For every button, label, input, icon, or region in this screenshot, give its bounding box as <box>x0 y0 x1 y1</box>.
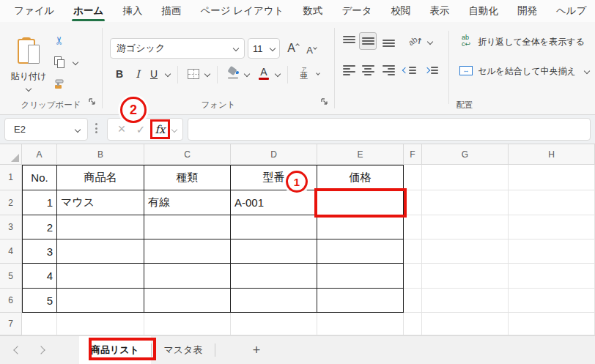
merge-center-label[interactable]: セルを結合して中央揃え <box>478 64 576 78</box>
cell-F1[interactable] <box>404 165 422 190</box>
menu-tab-8[interactable]: 表示 <box>421 0 459 22</box>
cell-D7[interactable] <box>231 313 317 335</box>
format-painter-button[interactable] <box>51 76 67 92</box>
increase-indent-button[interactable] <box>422 62 441 79</box>
cell-G3[interactable] <box>422 215 509 239</box>
cell-F5[interactable] <box>404 264 422 289</box>
cell-F2[interactable] <box>404 190 422 215</box>
menu-tab-7[interactable]: 校閲 <box>382 0 421 22</box>
cell-F6[interactable] <box>404 289 422 313</box>
cell-H4[interactable] <box>509 239 595 264</box>
menu-tab-3[interactable]: 描画 <box>152 0 191 22</box>
align-left-button[interactable] <box>340 62 358 79</box>
row-header-1[interactable]: 1 <box>0 165 22 190</box>
cell-C4[interactable] <box>144 239 231 264</box>
cell-G2[interactable] <box>422 190 509 215</box>
cell-E6[interactable] <box>317 289 404 313</box>
row-header-6[interactable]: 6 <box>0 289 22 313</box>
cell-H1[interactable] <box>509 165 595 190</box>
cell-A7[interactable] <box>22 313 57 335</box>
cell-H5[interactable] <box>509 264 595 289</box>
orientation-button[interactable]: ab↗ <box>406 32 425 50</box>
increase-font-button[interactable]: A <box>284 38 302 59</box>
cell-C3[interactable] <box>144 215 231 239</box>
grid-select-all-corner[interactable] <box>0 144 22 165</box>
cell-E1[interactable]: 価格 <box>317 165 404 190</box>
fill-color-button[interactable] <box>224 63 242 83</box>
cell-G1[interactable] <box>422 165 509 190</box>
row-header-4[interactable]: 4 <box>0 239 22 264</box>
cell-B4[interactable] <box>57 239 144 264</box>
underline-chevron-icon[interactable] <box>165 71 171 77</box>
cell-H6[interactable] <box>509 289 595 313</box>
font-color-chevron-icon[interactable] <box>275 71 281 77</box>
cell-G6[interactable] <box>422 289 509 313</box>
cell-H7[interactable] <box>509 313 595 335</box>
borders-chevron-icon[interactable] <box>204 71 210 77</box>
cell-F4[interactable] <box>404 239 422 264</box>
column-header-C[interactable]: C <box>144 144 231 165</box>
italic-button[interactable]: I <box>130 64 145 83</box>
column-header-A[interactable]: A <box>22 144 57 165</box>
menu-tab-5[interactable]: 数式 <box>293 0 332 22</box>
underline-button[interactable]: U <box>147 64 161 83</box>
paste-button[interactable]: 貼り付け <box>7 28 50 100</box>
cell-D2[interactable]: A-001 <box>231 190 317 215</box>
cell-A4[interactable]: 3 <box>22 239 57 264</box>
cell-D3[interactable] <box>231 215 317 239</box>
name-box[interactable]: E2 <box>4 118 88 141</box>
copy-dropdown-chevron-icon[interactable] <box>73 59 78 65</box>
column-header-H[interactable]: H <box>509 144 595 165</box>
cell-E4[interactable] <box>317 239 404 264</box>
cell-G7[interactable] <box>422 313 509 335</box>
column-header-F[interactable]: F <box>404 144 422 165</box>
menu-tab-10[interactable]: 開発 <box>508 0 547 22</box>
font-dialog-launcher[interactable] <box>320 97 329 106</box>
orientation-chevron-icon[interactable] <box>427 39 433 45</box>
decrease-font-button[interactable]: A <box>303 41 319 59</box>
menu-tab-6[interactable]: データ <box>332 0 381 22</box>
menu-tab-11[interactable]: ヘルプ <box>547 0 595 22</box>
menu-tab-1[interactable]: ホーム <box>64 0 113 22</box>
row-header-3[interactable]: 3 <box>0 215 22 239</box>
align-right-button[interactable] <box>380 62 397 79</box>
column-header-G[interactable]: G <box>422 144 509 165</box>
cell-E3[interactable] <box>317 215 404 239</box>
cell-E5[interactable] <box>317 264 404 289</box>
cell-C1[interactable]: 種類 <box>144 165 231 190</box>
cell-A5[interactable]: 4 <box>22 264 57 289</box>
decrease-indent-button[interactable] <box>400 62 419 79</box>
column-header-D[interactable]: D <box>231 144 317 165</box>
column-header-E[interactable]: E <box>317 144 404 165</box>
font-size-combo[interactable]: 11 <box>248 38 280 59</box>
cell-E2[interactable] <box>317 190 404 215</box>
cell-B1[interactable]: 商品名 <box>57 165 144 190</box>
cell-F3[interactable] <box>404 215 422 239</box>
cell-C7[interactable] <box>144 313 231 335</box>
cell-D5[interactable] <box>231 264 317 289</box>
previous-sheet-icon[interactable] <box>13 346 21 354</box>
cell-B5[interactable] <box>57 264 144 289</box>
font-name-combo[interactable]: 游ゴシック <box>110 38 245 59</box>
cell-B2[interactable]: マウス <box>57 190 144 215</box>
wrap-text-button[interactable]: ab c↩ <box>457 32 475 50</box>
add-sheet-button[interactable]: + <box>242 336 271 364</box>
align-top-button[interactable] <box>340 32 358 50</box>
align-bottom-button[interactable] <box>380 32 397 50</box>
cell-D4[interactable] <box>231 239 317 264</box>
cell-A1[interactable]: No. <box>22 165 57 190</box>
copy-button[interactable] <box>51 54 67 70</box>
cell-E7[interactable] <box>317 313 404 335</box>
font-color-button[interactable]: A <box>255 63 273 83</box>
formula-bar-grip[interactable] <box>95 123 97 133</box>
row-header-5[interactable]: 5 <box>0 264 22 289</box>
paste-dropdown-chevron-icon[interactable] <box>26 85 32 91</box>
cell-A6[interactable]: 5 <box>22 289 57 313</box>
cell-G4[interactable] <box>422 239 509 264</box>
menu-tab-0[interactable]: ファイル <box>4 0 64 22</box>
cell-B3[interactable] <box>57 215 144 239</box>
row-header-7[interactable]: 7 <box>0 313 22 335</box>
cell-D6[interactable] <box>231 289 317 313</box>
menu-tab-9[interactable]: 自動化 <box>459 0 509 22</box>
menu-tab-2[interactable]: 挿入 <box>113 0 152 22</box>
